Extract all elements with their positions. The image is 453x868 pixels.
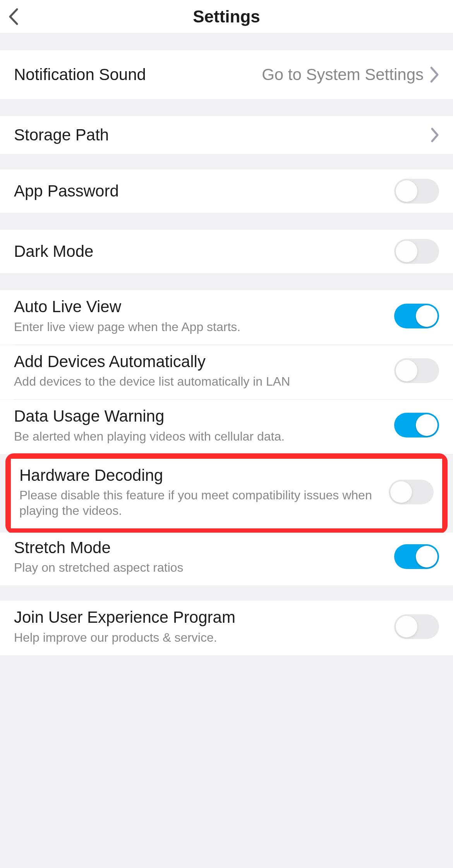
row-dark-mode: Dark Mode <box>0 230 453 273</box>
app-password-label: App Password <box>14 181 387 201</box>
auto-live-view-sub: Enter live view page when the App starts… <box>14 319 387 335</box>
add-devices-sub: Add devices to the device list automatic… <box>14 374 387 389</box>
chevron-right-icon <box>430 66 439 83</box>
section-gap <box>0 273 453 290</box>
data-usage-toggle[interactable] <box>394 413 439 437</box>
join-uep-label: Join User Experience Program <box>14 608 387 627</box>
row-auto-live-view: Auto Live View Enter live view page when… <box>0 290 453 344</box>
row-hardware-decoding: Hardware Decoding Please disable this fe… <box>11 459 442 528</box>
storage-path-label: Storage Path <box>14 125 424 145</box>
section-gap <box>0 99 453 116</box>
back-button[interactable] <box>8 0 31 33</box>
hardware-decoding-toggle[interactable] <box>389 480 434 504</box>
section-gap <box>0 585 453 601</box>
add-devices-toggle[interactable] <box>394 358 439 383</box>
stretch-mode-label: Stretch Mode <box>14 538 387 557</box>
hardware-decoding-label: Hardware Decoding <box>19 466 382 485</box>
chevron-right-icon <box>431 127 439 143</box>
highlight-hardware-decoding: Hardware Decoding Please disable this fe… <box>5 453 448 534</box>
navbar: Settings <box>0 0 453 33</box>
stretch-mode-sub: Play on stretched aspect ratios <box>14 560 387 575</box>
page-title: Settings <box>193 7 260 26</box>
dark-mode-label: Dark Mode <box>14 242 387 261</box>
row-notification-sound[interactable]: Notification Sound Go to System Settings <box>0 50 453 99</box>
hardware-decoding-sub: Please disable this feature if you meet … <box>19 487 382 518</box>
auto-live-view-toggle[interactable] <box>394 304 439 328</box>
add-devices-label: Add Devices Automatically <box>14 352 387 371</box>
row-join-uep: Join User Experience Program Help improv… <box>0 601 453 655</box>
data-usage-label: Data Usage Warning <box>14 407 387 426</box>
notification-sound-value: Go to System Settings <box>262 65 424 84</box>
row-stretch-mode: Stretch Mode Play on stretched aspect ra… <box>0 533 453 585</box>
dark-mode-toggle[interactable] <box>394 239 439 264</box>
app-password-toggle[interactable] <box>394 179 439 203</box>
notification-sound-label: Notification Sound <box>14 65 161 84</box>
section-gap <box>0 154 453 169</box>
row-data-usage-warning: Data Usage Warning Be alerted when playi… <box>0 400 453 454</box>
row-storage-path[interactable]: Storage Path <box>0 116 453 154</box>
row-add-devices-automatically: Add Devices Automatically Add devices to… <box>0 345 453 399</box>
section-gap <box>0 33 453 50</box>
chevron-left-icon <box>8 8 19 26</box>
join-uep-sub: Help improve our products & service. <box>14 630 387 645</box>
stretch-mode-toggle[interactable] <box>394 544 439 569</box>
section-gap <box>0 213 453 230</box>
join-uep-toggle[interactable] <box>394 614 439 639</box>
auto-live-view-label: Auto Live View <box>14 297 387 316</box>
row-app-password: App Password <box>0 169 453 213</box>
data-usage-sub: Be alerted when playing videos with cell… <box>14 429 387 444</box>
